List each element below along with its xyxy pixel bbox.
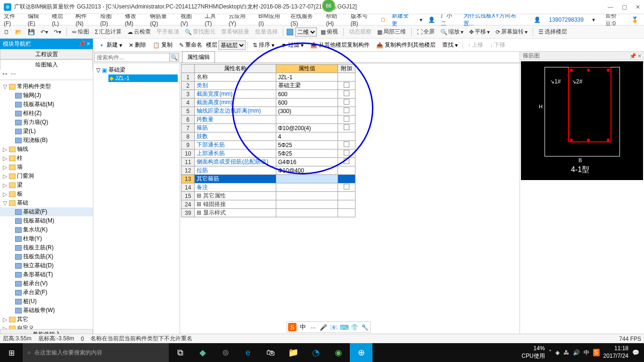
app-icon-4[interactable]: ◉: [327, 343, 350, 362]
tree-item[interactable]: 基础板带(W): [0, 306, 93, 315]
tree-item[interactable]: 筏板主筋(R): [0, 243, 93, 252]
draw-btn[interactable]: ✏绘图: [70, 27, 91, 37]
redo-icon[interactable]: ↷▾: [52, 28, 63, 36]
copy-btn[interactable]: 📋复制: [150, 40, 175, 50]
diagram-pin-icon[interactable]: 📌 ×: [629, 53, 641, 59]
view-mode-select[interactable]: 二维: [295, 27, 317, 37]
active-app-icon[interactable]: ⊕: [350, 343, 372, 362]
tray-net-icon[interactable]: 🖧: [563, 349, 569, 356]
property-row[interactable]: 3截面宽度(mm)600: [182, 90, 355, 99]
property-row[interactable]: 24⊞ 锚固搭接: [182, 200, 355, 209]
tree-item[interactable]: 现浇板(B): [0, 136, 93, 145]
tray-vol-icon[interactable]: 🔊: [573, 349, 580, 356]
tree-item[interactable]: 筏板负筋(X): [0, 252, 93, 261]
align-btn[interactable]: 平齐板顶: [155, 27, 181, 37]
copy-to-btn[interactable]: 📤复制构件到其他楼层: [373, 40, 438, 50]
property-row[interactable]: 9下部通长筋5Φ25: [182, 141, 355, 149]
tree-item[interactable]: ▷门窗洞: [0, 172, 93, 181]
property-row[interactable]: 13其它箍筋: [182, 175, 355, 183]
new-component-btn[interactable]: 🔹新建▾: [95, 40, 125, 50]
tree-item[interactable]: 剪力墙(Q): [0, 118, 93, 127]
collapse-icon[interactable]: ⁻⁻: [10, 72, 16, 78]
tray-notif-icon[interactable]: 💬: [632, 349, 639, 356]
sort-btn[interactable]: ⇅排序▾: [250, 40, 277, 50]
filter-btn[interactable]: ▼过滤▾: [278, 40, 306, 50]
taskbar-search[interactable]: ○在这里输入你要搜索的内容: [23, 343, 169, 362]
tree-item[interactable]: 基础梁(F): [0, 207, 93, 216]
component-tree[interactable]: ▽常用构件类型轴网(J)筏板基础(M)框柱(Z)剪力墙(Q)梁(L)现浇板(B)…: [0, 80, 93, 329]
undo-icon[interactable]: ↶▾: [39, 28, 50, 36]
minimize-icon[interactable]: —: [608, 4, 613, 10]
rotate-btn[interactable]: ⟳屏幕旋转▾: [494, 27, 529, 37]
ime-toolbar[interactable]: S 中 ··· 🎤 📧 ⌨ 👕 🔧: [287, 321, 371, 333]
tree-item[interactable]: ▷自定义: [0, 324, 93, 329]
edge-icon[interactable]: e: [237, 343, 259, 362]
app-icon-2[interactable]: ⊚: [214, 343, 237, 362]
tray-up-icon[interactable]: ˄: [549, 349, 552, 356]
tree-item[interactable]: ▷轴线: [0, 145, 93, 154]
expand-icon[interactable]: ⁺⁺: [2, 72, 8, 78]
copy-from-btn[interactable]: 📥从其他楼层复制构件: [307, 40, 372, 50]
tree-item[interactable]: 筏板基础(M): [0, 100, 93, 109]
save-icon[interactable]: 💾: [26, 28, 37, 36]
tray-sogou-icon[interactable]: S: [593, 349, 600, 356]
new-file-icon[interactable]: 🗋: [2, 28, 11, 36]
search-input[interactable]: [94, 53, 170, 62]
tree-item[interactable]: ▽常用构件类型: [0, 82, 93, 91]
batch-select-btn[interactable]: 批量选择: [253, 27, 280, 37]
tree-item[interactable]: 承台梁(F): [0, 288, 93, 297]
tree-item[interactable]: 桩承台(V): [0, 279, 93, 288]
property-row[interactable]: 11侧面构造或受扭筋(总配筋值)G4Φ16: [182, 158, 355, 166]
phone-link[interactable]: 13907298339: [547, 16, 586, 24]
find-element-btn[interactable]: 🔍查找图元: [183, 27, 217, 37]
app-icon-1[interactable]: ◆: [191, 343, 214, 362]
tree-item[interactable]: 梁(L): [0, 127, 93, 136]
ime-logo-icon[interactable]: S: [288, 323, 297, 331]
zoom-btn[interactable]: 🔍缩放▾: [438, 27, 465, 37]
view-rebar-btn[interactable]: 查看钢筋量: [219, 27, 251, 37]
ime-skin-icon[interactable]: 👕: [350, 323, 359, 331]
property-row[interactable]: 1名称JZL-1: [182, 73, 355, 82]
property-row[interactable]: 8肢数4: [182, 132, 355, 141]
property-row[interactable]: 39⊞ 显示样式: [182, 209, 355, 217]
tree-item[interactable]: ▷板: [0, 189, 93, 198]
tree-item[interactable]: ▷墙: [0, 163, 93, 172]
floor-select[interactable]: 基础层: [218, 41, 246, 50]
tree-item[interactable]: 柱墩(Y): [0, 234, 93, 243]
tree-root[interactable]: ▽▣基础梁: [95, 66, 178, 74]
property-row[interactable]: 10上部通长筋5Φ25: [182, 149, 355, 158]
local3d-btn[interactable]: ▦局部三维: [375, 27, 408, 37]
tree-item[interactable]: 筏板基础(M): [0, 216, 93, 225]
close-icon[interactable]: ✕: [636, 4, 640, 10]
property-row[interactable]: 5轴线距梁左边线距离(mm)(300): [182, 107, 355, 115]
ime-keyboard-icon[interactable]: 📧: [330, 323, 338, 331]
app-icon-3[interactable]: ◔: [305, 343, 327, 362]
tree-item[interactable]: 桩(U): [0, 297, 93, 306]
store-icon[interactable]: 🛍: [259, 343, 282, 362]
tree-item[interactable]: ▷柱: [0, 154, 93, 163]
tree-item[interactable]: ▷其它: [0, 315, 93, 324]
property-row[interactable]: 15⊞ 其它属性: [182, 192, 355, 200]
top-view-btn[interactable]: ▦俯视: [319, 27, 340, 37]
search-icon[interactable]: 🔍: [170, 53, 179, 62]
ime-soft-icon[interactable]: ⌨: [340, 323, 348, 331]
tree-item[interactable]: 独立基础(D): [0, 261, 93, 270]
tree-item[interactable]: 框柱(Z): [0, 109, 93, 118]
property-tab[interactable]: 属性编辑: [182, 51, 215, 63]
maximize-icon[interactable]: ▢: [622, 4, 627, 10]
tree-item[interactable]: 条形基础(T): [0, 270, 93, 279]
property-row[interactable]: 7箍筋Φ10@200(4): [182, 124, 355, 132]
ime-punct[interactable]: ···: [309, 323, 317, 331]
orbit-btn[interactable]: 动态观察: [347, 27, 373, 37]
fullscreen-btn[interactable]: ⛶全屏: [415, 27, 437, 37]
tree-item[interactable]: 轴网(J): [0, 91, 93, 100]
pan-btn[interactable]: ✥平移▾: [467, 27, 492, 37]
pin-icon[interactable]: 📌: [78, 41, 85, 47]
delete-btn[interactable]: ✕删除: [126, 40, 149, 50]
ime-mic-icon[interactable]: 🎤: [319, 323, 328, 331]
tree-item[interactable]: ▽基础: [0, 198, 93, 207]
ime-tool-icon[interactable]: 🔧: [361, 323, 369, 331]
tree-item-jzl1[interactable]: ◆JZL-1: [108, 74, 178, 82]
tray-ime-icon[interactable]: 中: [584, 349, 589, 357]
property-row[interactable]: 2类别基础主梁: [182, 82, 355, 90]
